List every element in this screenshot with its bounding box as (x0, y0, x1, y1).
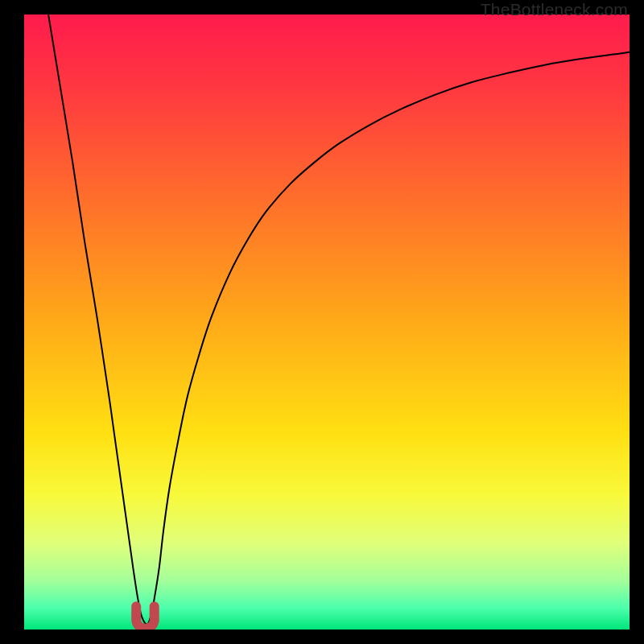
chart-frame: TheBottleneck.com (0, 0, 644, 644)
chart-svg (24, 14, 630, 630)
watermark-text: TheBottleneck.com (481, 0, 628, 19)
chart-background (24, 14, 630, 630)
chart-plot-area (24, 14, 630, 630)
